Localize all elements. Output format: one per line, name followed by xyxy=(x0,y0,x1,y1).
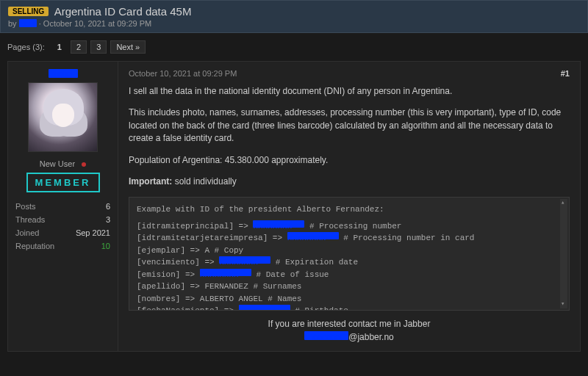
pagination: Pages (3): 1 2 3 Next » xyxy=(0,33,588,61)
post-body-column: October 10, 2021 at 09:29 PM #1 I sell a… xyxy=(118,62,580,351)
thread-date: October 10, 2021 at 09:29 PM xyxy=(43,19,151,28)
post-header: October 10, 2021 at 09:29 PM #1 xyxy=(129,69,570,78)
byline: by xxxx · October 10, 2021 at 09:29 PM xyxy=(8,19,580,28)
page-next[interactable]: Next » xyxy=(110,40,146,54)
post-timestamp: October 10, 2021 at 09:29 PM xyxy=(129,69,237,78)
selling-badge: SELLING xyxy=(8,7,49,16)
page-1[interactable]: 1 xyxy=(52,41,67,53)
username[interactable]: xxxxx xyxy=(15,69,110,78)
thread-header: SELLING Argentina ID Card data 45M by xx… xyxy=(0,0,588,33)
avatar[interactable] xyxy=(28,82,98,152)
page-3[interactable]: 3 xyxy=(90,40,107,54)
code-block[interactable]: Example with ID of the president Alberto… xyxy=(129,197,570,311)
post-container: xxxxx New User MEMBER Posts6 Threads3 Jo… xyxy=(7,61,581,352)
jabber-redacted: xxxxxxx xyxy=(304,331,348,340)
contact-info: If you are interested contact me in Jabb… xyxy=(129,318,570,344)
user-stats: Posts6 Threads3 JoinedSep 2021 Reputatio… xyxy=(15,200,110,253)
scrollbar[interactable] xyxy=(560,199,567,308)
post-body: I sell all the data in the national iden… xyxy=(129,85,570,344)
author-redacted[interactable]: xxxx xyxy=(19,19,37,27)
status-dot-icon xyxy=(82,162,86,167)
pages-label: Pages (3): xyxy=(7,43,45,51)
user-title: New User xyxy=(15,159,110,168)
thread-title: Argentina ID Card data 45M xyxy=(54,5,192,18)
post-id[interactable]: #1 xyxy=(561,69,570,78)
member-badge: MEMBER xyxy=(26,173,100,192)
user-column: xxxxx New User MEMBER Posts6 Threads3 Jo… xyxy=(8,62,118,351)
page-2[interactable]: 2 xyxy=(71,40,87,54)
